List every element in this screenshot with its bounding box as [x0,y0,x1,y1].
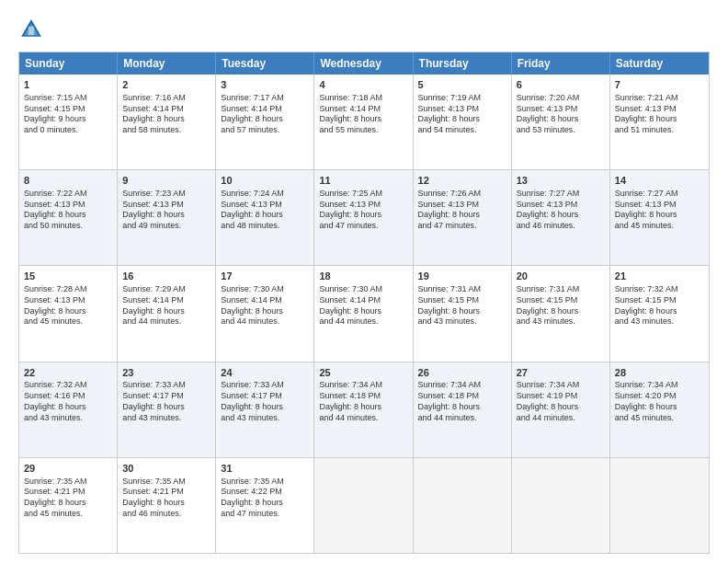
cell-line: Sunrise: 7:23 AM [122,189,210,200]
calendar-row-4: 22Sunrise: 7:32 AMSunset: 4:16 PMDayligh… [19,362,709,457]
cell-line: Sunrise: 7:30 AM [319,284,407,295]
cell-line: Sunrise: 7:24 AM [221,189,309,200]
cal-cell-2-2: 9Sunrise: 7:23 AMSunset: 4:13 PMDaylight… [118,170,216,265]
day-number: 6 [517,78,605,92]
cell-line: Sunrise: 7:19 AM [418,93,506,104]
cal-cell-1-6: 6Sunrise: 7:20 AMSunset: 4:13 PMDaylight… [512,75,610,169]
cal-cell-3-3: 17Sunrise: 7:30 AMSunset: 4:14 PMDayligh… [216,266,314,361]
cell-line: Sunrise: 7:18 AM [319,93,407,104]
cell-line: Sunset: 4:15 PM [517,295,605,306]
day-number: 27 [517,366,605,380]
calendar-row-1: 1Sunrise: 7:15 AMSunset: 4:15 PMDaylight… [19,75,709,169]
cal-cell-4-2: 23Sunrise: 7:33 AMSunset: 4:17 PMDayligh… [118,362,216,457]
cal-cell-1-2: 2Sunrise: 7:16 AMSunset: 4:14 PMDaylight… [118,75,216,169]
cell-line: and 47 minutes. [418,221,506,232]
cell-line: Sunrise: 7:26 AM [418,189,506,200]
day-number: 4 [319,78,407,92]
day-number: 9 [122,174,210,188]
cell-line: Sunrise: 7:16 AM [122,93,210,104]
day-number: 31 [221,462,309,476]
cal-cell-5-7 [610,458,709,553]
cal-cell-3-6: 20Sunrise: 7:31 AMSunset: 4:15 PMDayligh… [512,266,610,361]
cell-line: Sunset: 4:14 PM [319,104,407,115]
cell-line: Sunrise: 7:20 AM [517,93,605,104]
cell-line: Sunset: 4:13 PM [615,104,704,115]
cell-line: Sunset: 4:15 PM [418,295,506,306]
cal-cell-3-4: 18Sunrise: 7:30 AMSunset: 4:14 PMDayligh… [314,266,413,361]
day-number: 30 [122,462,210,476]
cell-line: Daylight: 8 hours [24,306,112,317]
calendar-row-3: 15Sunrise: 7:28 AMSunset: 4:13 PMDayligh… [19,265,709,361]
cell-line: Daylight: 8 hours [517,402,605,413]
weekday-header-friday: Friday [512,52,610,75]
cell-line: and 44 minutes. [221,316,309,327]
cal-cell-4-1: 22Sunrise: 7:32 AMSunset: 4:16 PMDayligh… [19,362,118,457]
day-number: 29 [24,462,112,476]
weekday-header-wednesday: Wednesday [314,52,413,75]
cell-line: and 44 minutes. [517,413,605,424]
cal-cell-2-1: 8Sunrise: 7:22 AMSunset: 4:13 PMDaylight… [19,170,118,265]
cell-line: Sunset: 4:13 PM [615,200,704,211]
cal-cell-4-4: 25Sunrise: 7:34 AMSunset: 4:18 PMDayligh… [314,362,413,457]
cal-cell-3-2: 16Sunrise: 7:29 AMSunset: 4:14 PMDayligh… [118,266,216,361]
logo-icon [18,17,44,42]
cal-cell-1-4: 4Sunrise: 7:18 AMSunset: 4:14 PMDaylight… [314,75,413,169]
cell-line: and 45 minutes. [615,413,704,424]
cell-line: Daylight: 8 hours [615,402,704,413]
cell-line: Sunrise: 7:30 AM [221,284,309,295]
cal-cell-1-5: 5Sunrise: 7:19 AMSunset: 4:13 PMDaylight… [414,75,512,169]
cal-cell-1-3: 3Sunrise: 7:17 AMSunset: 4:14 PMDaylight… [216,75,314,169]
day-number: 1 [24,78,112,92]
cell-line: Sunset: 4:13 PM [122,200,210,211]
day-number: 22 [24,366,112,380]
cell-line: and 47 minutes. [221,509,309,520]
cal-cell-3-7: 21Sunrise: 7:32 AMSunset: 4:15 PMDayligh… [610,266,709,361]
cell-line: and 46 minutes. [517,221,605,232]
cell-line: and 43 minutes. [517,316,605,327]
cell-line: Sunset: 4:13 PM [418,200,506,211]
cell-line: and 46 minutes. [122,509,210,520]
day-number: 28 [615,366,704,380]
cell-line: Sunrise: 7:32 AM [24,380,112,391]
cell-line: Sunset: 4:17 PM [221,391,309,402]
cell-line: Daylight: 8 hours [615,210,704,221]
cell-line: Sunrise: 7:35 AM [24,477,112,488]
cell-line: Sunset: 4:22 PM [221,487,309,498]
weekday-header-sunday: Sunday [19,52,118,75]
cal-cell-1-1: 1Sunrise: 7:15 AMSunset: 4:15 PMDaylight… [19,75,118,169]
cell-line: Sunset: 4:14 PM [319,295,407,306]
logo [18,17,48,42]
day-number: 20 [517,270,605,283]
cell-line: and 58 minutes. [122,125,210,136]
cell-line: and 44 minutes. [319,413,407,424]
cell-line: and 45 minutes. [24,316,112,327]
weekday-header-thursday: Thursday [414,52,512,75]
cell-line: Sunrise: 7:15 AM [24,93,112,104]
page: SundayMondayTuesdayWednesdayThursdayFrid… [0,0,728,563]
cell-line: and 47 minutes. [319,221,407,232]
cell-line: and 43 minutes. [221,413,309,424]
cal-cell-5-6 [512,458,610,553]
cell-line: Daylight: 8 hours [24,210,112,221]
cell-line: Daylight: 8 hours [319,402,407,413]
cell-line: Sunrise: 7:22 AM [24,189,112,200]
cell-line: Sunrise: 7:34 AM [319,380,407,391]
cell-line: Sunrise: 7:33 AM [122,380,210,391]
cell-line: Sunset: 4:14 PM [122,104,210,115]
cell-line: Sunset: 4:14 PM [221,295,309,306]
cell-line: Sunrise: 7:35 AM [221,477,309,488]
day-number: 13 [517,174,605,188]
cal-cell-2-3: 10Sunrise: 7:24 AMSunset: 4:13 PMDayligh… [216,170,314,265]
cell-line: and 44 minutes. [418,413,506,424]
cell-line: Sunrise: 7:34 AM [615,380,704,391]
cal-cell-5-5 [414,458,512,553]
cell-line: Sunset: 4:13 PM [418,104,506,115]
cell-line: Daylight: 8 hours [122,210,210,221]
cell-line: Sunset: 4:15 PM [615,295,704,306]
cal-cell-5-4 [314,458,413,553]
cell-line: Sunset: 4:15 PM [24,104,112,115]
cell-line: and 57 minutes. [221,125,309,136]
cal-cell-3-1: 15Sunrise: 7:28 AMSunset: 4:13 PMDayligh… [19,266,118,361]
cell-line: Daylight: 8 hours [418,306,506,317]
day-number: 25 [319,366,407,380]
